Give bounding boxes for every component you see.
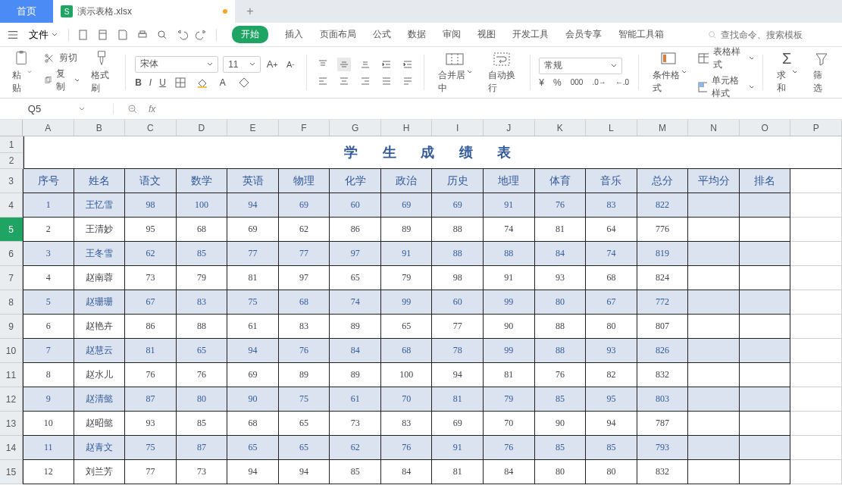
cell[interactable] <box>688 242 740 266</box>
cell[interactable]: 88 <box>432 242 484 266</box>
cell[interactable]: 76 <box>535 363 587 387</box>
cell[interactable]: 12 <box>23 460 74 484</box>
cell[interactable]: 60 <box>432 290 484 315</box>
cell[interactable]: 81 <box>432 387 484 412</box>
cell[interactable] <box>740 266 791 290</box>
row-head-7[interactable]: 7 <box>0 266 23 290</box>
menu-layout[interactable]: 页面布局 <box>320 28 356 41</box>
cell[interactable]: 75 <box>279 387 330 412</box>
cell[interactable]: 81 <box>535 218 587 242</box>
cell[interactable]: 61 <box>330 387 381 412</box>
cell[interactable]: 88 <box>432 218 484 242</box>
cell[interactable]: 81 <box>227 266 279 290</box>
filter-button[interactable]: 筛选 <box>809 50 834 95</box>
cell[interactable]: 100 <box>381 363 433 387</box>
cell[interactable]: 79 <box>484 387 535 412</box>
table-style-button[interactable]: 表格样式 <box>698 45 753 71</box>
indent-dec-icon[interactable] <box>380 58 393 71</box>
cell[interactable] <box>740 218 791 242</box>
cell[interactable]: 8 <box>23 363 74 387</box>
cell[interactable]: 84 <box>330 339 381 363</box>
menu-start[interactable]: 开始 <box>232 26 268 43</box>
cell[interactable]: 76 <box>484 436 535 460</box>
bold-button[interactable]: B <box>135 77 142 88</box>
cell[interactable] <box>688 412 740 436</box>
cell[interactable]: 76 <box>177 363 228 387</box>
cell[interactable]: 89 <box>381 218 433 242</box>
cell[interactable]: 99 <box>484 290 535 315</box>
cell[interactable]: 91 <box>484 193 535 218</box>
font-name-select[interactable]: 宋体 <box>135 56 218 73</box>
cell[interactable]: 94 <box>432 363 484 387</box>
cell[interactable]: 90 <box>227 387 279 412</box>
cell[interactable]: 73 <box>330 412 381 436</box>
cell[interactable]: 刘兰芳 <box>74 460 126 484</box>
row-head-11[interactable]: 11 <box>0 363 23 387</box>
cell[interactable]: 88 <box>484 242 535 266</box>
cell[interactable]: 95 <box>586 387 637 412</box>
cell[interactable]: 70 <box>484 412 535 436</box>
cell[interactable]: 81 <box>432 460 484 484</box>
cell[interactable]: 赵艳卉 <box>74 315 126 339</box>
cell[interactable]: 77 <box>432 315 484 339</box>
cell[interactable]: 83 <box>381 412 433 436</box>
cell[interactable]: 69 <box>381 193 433 218</box>
cell[interactable]: 86 <box>330 218 381 242</box>
row-head-14[interactable]: 14 <box>0 436 23 460</box>
cell[interactable]: 77 <box>227 242 279 266</box>
cell[interactable]: 807 <box>637 315 689 339</box>
col-head-D[interactable]: D <box>177 120 228 136</box>
cell[interactable]: 89 <box>330 315 381 339</box>
cell[interactable]: 赵珊珊 <box>74 290 126 315</box>
cell[interactable]: 85 <box>586 436 637 460</box>
cell[interactable]: 65 <box>177 339 228 363</box>
col-head-F[interactable]: F <box>279 120 330 136</box>
cell[interactable] <box>688 436 740 460</box>
cell[interactable] <box>740 242 791 266</box>
font-shrink-icon[interactable]: A- <box>283 58 297 71</box>
menu-dev[interactable]: 开发工具 <box>512 28 549 41</box>
cell[interactable]: 王冬雪 <box>74 242 126 266</box>
cell[interactable]: 76 <box>381 436 433 460</box>
italic-button[interactable]: I <box>149 77 152 88</box>
menu-view[interactable]: 视图 <box>477 28 496 41</box>
cell[interactable] <box>688 266 740 290</box>
menu-data[interactable]: 数据 <box>408 28 426 41</box>
wrap-button[interactable]: 自动换行 <box>484 50 521 95</box>
diamond-icon[interactable] <box>237 76 251 89</box>
cell[interactable] <box>740 193 791 218</box>
cell[interactable]: 98 <box>125 193 177 218</box>
cell[interactable]: 64 <box>586 218 637 242</box>
fx-label[interactable]: fx <box>149 104 155 114</box>
col-head-P[interactable]: P <box>790 120 842 136</box>
menu-icon[interactable] <box>8 30 18 40</box>
col-head-N[interactable]: N <box>688 120 740 136</box>
cell[interactable]: 75 <box>227 290 279 315</box>
dec-inc-icon[interactable]: .0→ <box>592 78 606 86</box>
cell[interactable]: 832 <box>637 460 689 484</box>
font-size-select[interactable]: 11 <box>223 56 261 73</box>
cut-button[interactable]: 剪切 <box>44 52 79 64</box>
cell[interactable]: 94 <box>279 460 330 484</box>
cell[interactable]: 772 <box>637 290 689 315</box>
cell[interactable]: 65 <box>279 412 330 436</box>
cell[interactable]: 6 <box>23 315 74 339</box>
align-middle-icon[interactable] <box>337 58 351 71</box>
cell[interactable]: 87 <box>125 387 177 412</box>
cell[interactable]: 822 <box>637 193 689 218</box>
col-head-M[interactable]: M <box>637 120 689 136</box>
cell[interactable]: 91 <box>381 242 433 266</box>
cell[interactable]: 68 <box>279 290 330 315</box>
cell[interactable]: 69 <box>279 193 330 218</box>
cell[interactable]: 69 <box>227 363 279 387</box>
chevron-down-icon[interactable] <box>79 106 85 112</box>
row-head-5[interactable]: 5 <box>0 218 23 242</box>
cell[interactable]: 80 <box>177 387 228 412</box>
align-bottom-icon[interactable] <box>358 58 372 71</box>
cell[interactable]: 2 <box>23 218 74 242</box>
sum-button[interactable]: Σ 求和 <box>772 50 801 95</box>
file-menu-button[interactable]: 文件 <box>26 27 61 43</box>
select-all-corner[interactable] <box>0 120 23 136</box>
cell[interactable]: 赵清懿 <box>74 387 126 412</box>
cell[interactable]: 65 <box>227 436 279 460</box>
